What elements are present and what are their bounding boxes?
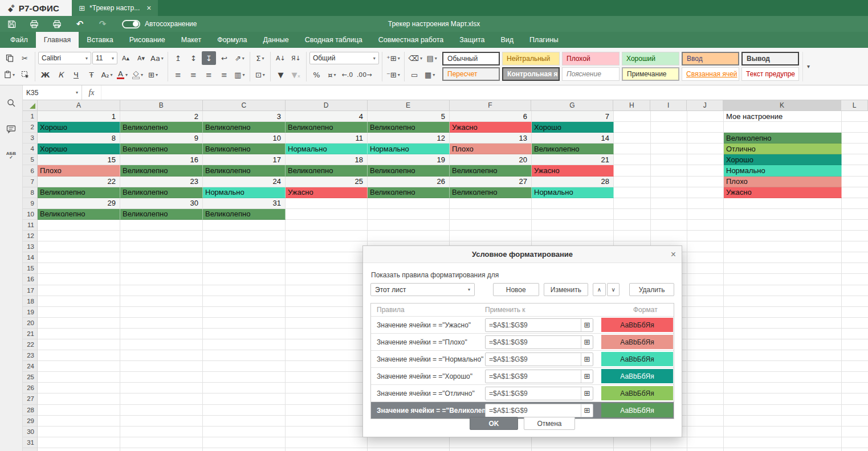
apply-to-range-input[interactable] bbox=[486, 404, 581, 417]
cell-L13[interactable] bbox=[842, 241, 868, 252]
cell-C11[interactable] bbox=[203, 220, 286, 231]
cell-F1[interactable]: 6 bbox=[450, 111, 532, 122]
bold-button[interactable]: Ж bbox=[38, 68, 52, 81]
spellcheck-icon[interactable]: АБВ✓ bbox=[5, 149, 18, 162]
cell-A23[interactable] bbox=[38, 350, 120, 361]
cell-C8[interactable]: Нормально bbox=[203, 187, 286, 198]
clear-button[interactable]: ⌫▾ bbox=[407, 51, 423, 65]
cell-B26[interactable] bbox=[120, 383, 203, 393]
cell-E10[interactable] bbox=[368, 209, 450, 220]
cell-style-Пересчет[interactable]: Пересчет bbox=[442, 67, 500, 81]
wrap-text-button[interactable]: ↩ bbox=[217, 51, 231, 65]
cell-D20[interactable] bbox=[286, 318, 368, 329]
number-format-select[interactable]: Общий▾ bbox=[309, 52, 379, 64]
cell-J11[interactable] bbox=[687, 220, 724, 231]
rule-row[interactable]: Значение ячейки = ="Отлично"⊞АаВbБбЯя bbox=[371, 384, 674, 401]
cell-B29[interactable] bbox=[120, 416, 203, 427]
cell-L12[interactable] bbox=[842, 231, 868, 241]
cell-style-Текст предупре[interactable]: Текст предупре bbox=[741, 67, 799, 81]
cell-B12[interactable] bbox=[120, 231, 203, 241]
cell-K5[interactable]: Хорошо bbox=[724, 154, 842, 165]
ribbon-tab-Вставка[interactable]: Вставка bbox=[79, 32, 121, 48]
cell-L30[interactable] bbox=[842, 427, 868, 437]
cell-B10[interactable]: Великолепно bbox=[120, 209, 203, 220]
row-header-6[interactable]: 6 bbox=[23, 165, 38, 176]
cell-F10[interactable] bbox=[450, 209, 532, 220]
cell-K19[interactable] bbox=[724, 307, 842, 318]
quick-print-button[interactable] bbox=[46, 16, 68, 32]
column-header-D[interactable]: D bbox=[286, 100, 368, 111]
cell-J29[interactable] bbox=[687, 416, 724, 427]
cell-K23[interactable] bbox=[724, 350, 842, 361]
cell-K13[interactable] bbox=[724, 241, 842, 252]
cell-E12[interactable] bbox=[368, 231, 450, 241]
cell-style-Вывод[interactable]: Вывод bbox=[741, 52, 799, 65]
column-header-I[interactable]: I bbox=[650, 100, 687, 111]
row-header-7[interactable]: 7 bbox=[23, 177, 38, 187]
column-header-F[interactable]: F bbox=[450, 100, 532, 111]
apply-to-range-input[interactable] bbox=[486, 370, 581, 383]
align-top-button[interactable]: ↥ bbox=[171, 51, 185, 65]
cell-style-Пояснение[interactable]: Пояснение bbox=[562, 67, 620, 81]
cell-C16[interactable] bbox=[203, 274, 286, 285]
cell-A8[interactable]: Великолепно bbox=[38, 187, 120, 198]
cell-D29[interactable] bbox=[286, 416, 368, 427]
cell-C9[interactable]: 31 bbox=[203, 198, 286, 209]
cell-L6[interactable] bbox=[842, 165, 868, 176]
cell-F6[interactable]: Великолепно bbox=[450, 165, 532, 176]
cell-style-Нейтральный[interactable]: Нейтральный bbox=[502, 52, 560, 65]
cell-A27[interactable] bbox=[38, 393, 120, 404]
new-rule-button[interactable]: Новое bbox=[493, 283, 539, 296]
cell-J3[interactable] bbox=[687, 133, 724, 144]
cell-C32[interactable] bbox=[203, 448, 286, 451]
filter-button[interactable]: ▼ bbox=[274, 68, 288, 81]
select-range-icon[interactable]: ⊞ bbox=[581, 336, 593, 348]
cell-K1[interactable]: Мое настроение bbox=[724, 111, 842, 122]
ok-button[interactable]: OK bbox=[470, 417, 518, 430]
ribbon-tab-Совместная работа[interactable]: Совместная работа bbox=[370, 32, 451, 48]
cell-B8[interactable]: Великолепно bbox=[120, 187, 203, 198]
cell-B31[interactable] bbox=[120, 437, 203, 448]
delete-rule-button[interactable]: Удалить bbox=[629, 283, 674, 296]
cell-L23[interactable] bbox=[842, 350, 868, 361]
ribbon-tab-Файл[interactable]: Файл bbox=[2, 32, 36, 48]
cell-K21[interactable] bbox=[724, 329, 842, 339]
align-left-button[interactable]: ≡ bbox=[171, 68, 185, 81]
orientation-button[interactable]: ⇗▾ bbox=[233, 51, 247, 65]
cell-I1[interactable] bbox=[651, 111, 687, 122]
cell-H11[interactable] bbox=[614, 220, 651, 231]
cell-L26[interactable] bbox=[842, 383, 868, 393]
cell-K4[interactable]: Отлично bbox=[724, 144, 842, 154]
cell-D23[interactable] bbox=[286, 350, 368, 361]
row-header-1[interactable]: 1 bbox=[23, 111, 38, 122]
cell-C13[interactable] bbox=[203, 241, 286, 252]
cell-L3[interactable] bbox=[842, 133, 868, 144]
rule-row[interactable]: Значение ячейки = ="Ужасно"⊞АаВbБбЯя bbox=[371, 316, 674, 333]
cell-J28[interactable] bbox=[687, 405, 724, 416]
increase-font-button[interactable]: A▴ bbox=[119, 51, 133, 65]
cell-K6[interactable]: Нормально bbox=[724, 165, 842, 176]
cell-A32[interactable] bbox=[38, 448, 120, 451]
cell-D7[interactable]: 25 bbox=[286, 177, 368, 187]
select-range-icon[interactable]: ⊞ bbox=[581, 387, 593, 400]
cell-D13[interactable] bbox=[286, 241, 368, 252]
cell-J12[interactable] bbox=[687, 231, 724, 241]
cell-C26[interactable] bbox=[203, 383, 286, 393]
cell-H12[interactable] bbox=[614, 231, 651, 241]
cell-B15[interactable] bbox=[120, 263, 203, 274]
cell-A20[interactable] bbox=[38, 318, 120, 329]
cell-A12[interactable] bbox=[38, 231, 120, 241]
row-header-23[interactable]: 23 bbox=[23, 350, 38, 361]
cell-B28[interactable] bbox=[120, 405, 203, 416]
cell-C18[interactable] bbox=[203, 296, 286, 307]
apply-to-range-input[interactable] bbox=[486, 387, 581, 400]
cell-I7[interactable] bbox=[651, 177, 687, 187]
cell-D4[interactable]: Нормально bbox=[286, 144, 368, 154]
cell-L21[interactable] bbox=[842, 329, 868, 339]
move-rule-down-button[interactable]: ∨ bbox=[607, 283, 620, 296]
cell-J16[interactable] bbox=[687, 274, 724, 285]
column-header-E[interactable]: E bbox=[368, 100, 450, 111]
cell-D3[interactable]: 11 bbox=[286, 133, 368, 144]
row-header-25[interactable]: 25 bbox=[23, 372, 38, 383]
cell-E9[interactable] bbox=[368, 198, 450, 209]
